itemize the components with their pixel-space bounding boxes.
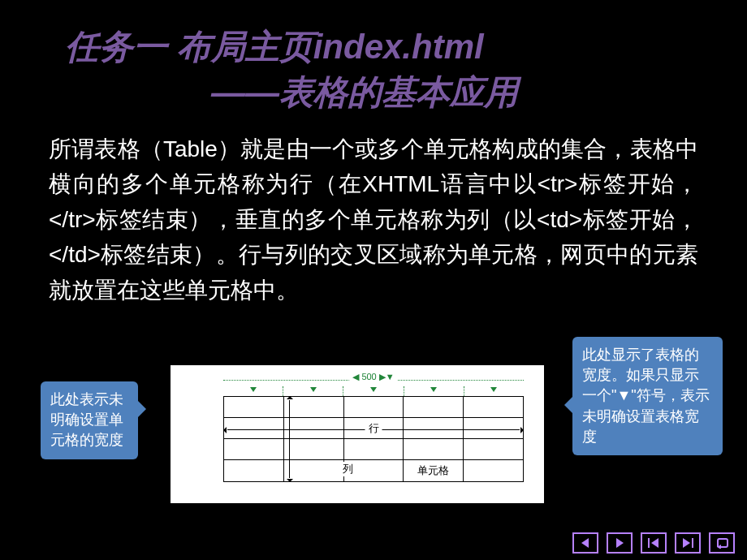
slide-title: 任务一 布局主页index.html ——表格的基本应用 bbox=[0, 0, 747, 123]
title-line-2: ——表格的基本应用 bbox=[65, 70, 698, 115]
tick-marker-icon bbox=[370, 387, 377, 392]
diagram-tick-row bbox=[223, 386, 524, 396]
callout-left: 此处表示未明确设置单元格的宽度 bbox=[41, 381, 138, 459]
callout-right: 此处显示了表格的宽度。如果只显示一个"▼"符号，表示未明确设置表格宽度 bbox=[572, 337, 723, 455]
column-label: 列 bbox=[341, 462, 355, 476]
svg-rect-5 bbox=[692, 538, 693, 548]
column-arrow-icon bbox=[289, 400, 290, 478]
svg-marker-0 bbox=[581, 538, 589, 548]
cell-label: 单元格 bbox=[404, 460, 464, 481]
tick-marker-icon bbox=[490, 387, 497, 392]
skip-end-icon bbox=[681, 537, 694, 549]
last-button[interactable] bbox=[675, 532, 701, 554]
svg-marker-1 bbox=[616, 538, 624, 548]
diagram-table-grid: 行 列 单元格 bbox=[223, 396, 524, 482]
title-line-1: 任务一 布局主页index.html bbox=[65, 24, 698, 70]
body-paragraph: 所谓表格（Table）就是由一个或多个单元格构成的集合，表格中横向的多个单元格称… bbox=[0, 123, 747, 308]
tick-marker-icon bbox=[310, 387, 317, 392]
svg-rect-2 bbox=[648, 538, 650, 548]
table-diagram: ◀ 500 ▶▼ 行 列 单元格 bbox=[171, 365, 544, 503]
tick-marker-icon bbox=[250, 387, 257, 392]
ruler-width-label: ◀ 500 ▶▼ bbox=[349, 372, 397, 382]
tick-marker-icon bbox=[430, 387, 437, 392]
svg-marker-3 bbox=[651, 538, 658, 548]
prev-button[interactable] bbox=[572, 532, 598, 554]
triangle-right-icon bbox=[614, 537, 625, 549]
return-icon bbox=[715, 537, 729, 549]
svg-marker-4 bbox=[683, 538, 690, 548]
nav-bar bbox=[572, 532, 735, 554]
row-label: 行 bbox=[365, 421, 382, 436]
next-button[interactable] bbox=[607, 532, 633, 554]
diagram-ruler: ◀ 500 ▶▼ bbox=[223, 373, 524, 386]
skip-start-icon bbox=[647, 537, 660, 549]
first-button[interactable] bbox=[641, 532, 667, 554]
return-button[interactable] bbox=[709, 532, 735, 554]
triangle-left-icon bbox=[580, 537, 591, 549]
